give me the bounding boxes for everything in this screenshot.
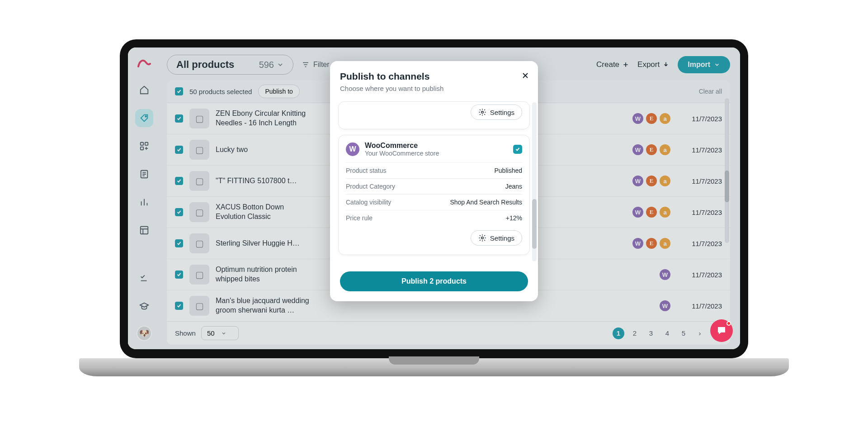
channel-card-prev: Settings bbox=[338, 101, 530, 129]
woocommerce-logo: W bbox=[346, 142, 359, 156]
channel-settings-button[interactable]: Settings bbox=[471, 230, 522, 246]
product-date: 11/7/2023 bbox=[677, 240, 722, 247]
channel-badge: W bbox=[660, 300, 670, 311]
row-checkbox[interactable] bbox=[175, 114, 183, 123]
property-row: Catalog visibilityShop And Search Result… bbox=[346, 195, 522, 210]
property-row: Price rule+12% bbox=[346, 210, 522, 226]
page-number[interactable]: 5 bbox=[678, 327, 689, 339]
filter-icon bbox=[302, 61, 310, 69]
product-thumbnail: ▢ bbox=[189, 202, 209, 222]
product-thumbnail: ▢ bbox=[189, 265, 209, 285]
nav-analytics-icon[interactable] bbox=[135, 193, 153, 211]
modal-subtitle: Choose where you want to publish bbox=[340, 85, 528, 92]
close-icon bbox=[521, 71, 530, 80]
brand-logo bbox=[137, 57, 151, 71]
row-checkbox[interactable] bbox=[175, 177, 183, 185]
channel-badge: E bbox=[646, 176, 657, 186]
check-icon bbox=[515, 147, 520, 152]
import-button[interactable]: Import bbox=[678, 56, 730, 73]
user-avatar[interactable]: 🐶 bbox=[137, 326, 152, 341]
channel-badge: E bbox=[646, 113, 657, 124]
notification-dot bbox=[726, 321, 731, 326]
app-root: 🐶 All products 596 Filter bbox=[128, 47, 740, 349]
property-value: Published bbox=[495, 167, 523, 174]
product-date: 11/7/2023 bbox=[677, 271, 722, 279]
row-checkbox[interactable] bbox=[175, 239, 183, 247]
svg-rect-1 bbox=[141, 142, 143, 145]
plus-icon bbox=[622, 61, 629, 68]
row-checkbox[interactable] bbox=[175, 270, 183, 279]
nav-home-icon[interactable] bbox=[135, 81, 153, 99]
product-date: 11/7/2023 bbox=[677, 115, 722, 123]
channel-settings-button[interactable]: Settings bbox=[471, 104, 522, 120]
product-thumbnail: ▢ bbox=[189, 171, 209, 191]
page-size-select[interactable]: 50 bbox=[201, 326, 239, 340]
channel-properties: Product statusPublishedProduct CategoryJ… bbox=[346, 162, 522, 226]
shown-label: Shown bbox=[175, 329, 196, 337]
property-key: Product Category bbox=[346, 183, 395, 190]
nav-products-icon[interactable] bbox=[135, 109, 153, 127]
channel-subtitle: Your WooCommerce store bbox=[365, 150, 439, 157]
product-title: Lucky two bbox=[216, 145, 248, 155]
property-row: Product CategoryJeans bbox=[346, 179, 522, 195]
filter-button[interactable]: Filter bbox=[302, 61, 330, 69]
publish-cta-button[interactable]: Publish 2 products bbox=[340, 271, 528, 291]
table-footer: Shown 50 12345›» bbox=[167, 321, 730, 345]
page-number[interactable]: 3 bbox=[645, 327, 657, 339]
nav-orders-icon[interactable] bbox=[135, 165, 153, 183]
view-selector[interactable]: All products 596 bbox=[167, 55, 293, 75]
page-number[interactable]: 2 bbox=[629, 327, 641, 339]
pagination: 12345›» bbox=[613, 327, 722, 339]
channel-badge: W bbox=[632, 238, 643, 249]
product-title: Sterling Silver Huggie H… bbox=[216, 239, 300, 248]
channel-selected-checkbox[interactable] bbox=[513, 145, 522, 154]
publish-to-button[interactable]: Publish to bbox=[258, 85, 299, 98]
select-all-checkbox[interactable] bbox=[175, 87, 183, 95]
view-selector-label: All products bbox=[176, 59, 234, 71]
selection-count: 50 products selected bbox=[189, 88, 252, 95]
modal-title: Publish to channels bbox=[340, 71, 528, 82]
gear-icon bbox=[478, 108, 486, 116]
channel-card-woocommerce[interactable]: W WooCommerce Your WooCommerce store Pro… bbox=[338, 135, 530, 255]
product-title: XACUS Botton Down Evolution Classic bbox=[216, 203, 315, 222]
product-date: 11/7/2023 bbox=[677, 302, 722, 310]
product-title: Optimum nutrition protein whipped bites bbox=[216, 265, 315, 284]
create-button[interactable]: Create bbox=[596, 60, 629, 69]
row-checkbox[interactable] bbox=[175, 146, 183, 154]
product-title: Man's blue jacquard wedding groom sherwa… bbox=[216, 296, 315, 315]
svg-point-6 bbox=[481, 111, 484, 114]
row-checkbox[interactable] bbox=[175, 208, 183, 216]
channel-badge: a bbox=[660, 113, 670, 124]
nav-education-icon[interactable] bbox=[135, 298, 153, 316]
page-next[interactable]: › bbox=[694, 327, 706, 339]
channel-badges: WEa bbox=[632, 113, 670, 124]
svg-point-7 bbox=[481, 237, 484, 239]
channel-badges: WEa bbox=[632, 176, 670, 186]
channel-name: WooCommerce bbox=[365, 142, 439, 150]
nav-tasks-icon[interactable] bbox=[135, 270, 153, 288]
property-value: +12% bbox=[506, 214, 522, 222]
page-number[interactable]: 1 bbox=[613, 327, 624, 339]
check-icon bbox=[176, 89, 182, 94]
page-number[interactable]: 4 bbox=[661, 327, 673, 339]
modal-scroll-thumb[interactable] bbox=[532, 199, 537, 249]
sidebar: 🐶 bbox=[128, 47, 160, 349]
property-value: Jeans bbox=[505, 183, 522, 190]
channel-badge: E bbox=[646, 238, 657, 249]
product-thumbnail: ▢ bbox=[189, 109, 209, 128]
channel-badge: W bbox=[632, 113, 643, 124]
channel-badge: W bbox=[632, 144, 643, 155]
nav-layout-icon[interactable] bbox=[135, 221, 153, 239]
export-button[interactable]: Export bbox=[637, 60, 670, 69]
modal-close-button[interactable] bbox=[521, 71, 530, 80]
product-title: ZEN Ebony Circular Knitting Needles - 16… bbox=[216, 109, 315, 128]
chat-fab[interactable] bbox=[710, 319, 733, 342]
nav-apps-icon[interactable] bbox=[135, 137, 153, 155]
scrollbar-thumb[interactable] bbox=[725, 171, 729, 202]
product-date: 11/7/2023 bbox=[677, 177, 722, 185]
view-selector-count: 596 bbox=[259, 60, 284, 70]
svg-rect-2 bbox=[145, 142, 148, 145]
clear-selection-button[interactable]: Clear all bbox=[699, 88, 722, 95]
row-checkbox[interactable] bbox=[175, 302, 183, 310]
property-value: Shop And Search Results bbox=[450, 199, 522, 206]
